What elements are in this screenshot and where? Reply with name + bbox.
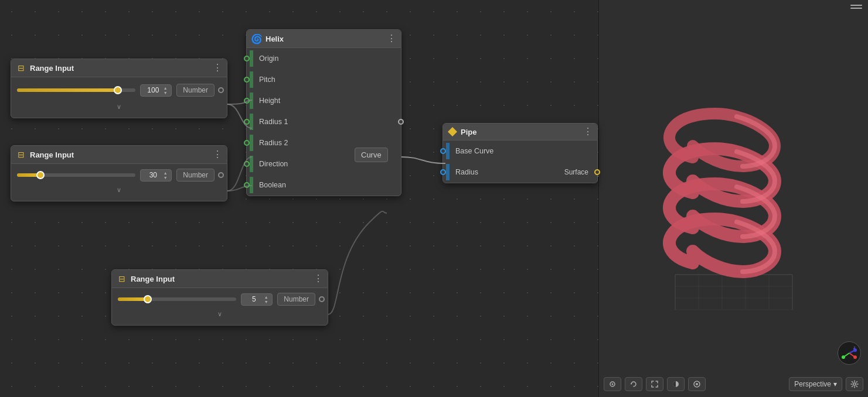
curve-output-bubble: Curve <box>355 148 388 162</box>
range-node-1-output: Number <box>176 82 221 98</box>
range-node-2-number-badge[interactable]: Number <box>176 169 215 182</box>
range-node-1-body: 100 ▲ ▼ Number ∨ <box>11 77 227 118</box>
range-node-1-slider-row: 100 ▲ ▼ Number <box>17 82 221 98</box>
helix-input-socket-direction <box>244 161 250 167</box>
viewport-fullscreen-btn[interactable] <box>646 377 663 391</box>
range-node-3-value: 5 <box>245 295 263 303</box>
range-node-3-menu[interactable]: ⋮ <box>314 274 323 283</box>
range-node-3-up[interactable]: ▲ <box>264 295 268 299</box>
range-node-3-number-input[interactable]: 5 ▲ ▼ <box>241 293 273 306</box>
range-node-2-slider-row: 30 ▲ ▼ Number <box>17 169 221 182</box>
range-input-node-1: ⊟ Range Input ⋮ 100 ▲ ▼ Number <box>11 59 227 118</box>
helix-label-boolean: Boolean <box>253 178 401 192</box>
range-node-1-down[interactable]: ▼ <box>163 91 168 95</box>
range-node-3-number-badge[interactable]: Number <box>277 293 315 306</box>
range-node-2-expand[interactable]: ∨ <box>17 184 221 196</box>
svg-point-22 <box>853 383 856 385</box>
range-node-2-slider-thumb[interactable] <box>36 171 45 179</box>
range-node-2-body: 30 ▲ ▼ Number ∨ <box>11 164 227 201</box>
helix-input-socket-pitch <box>244 77 250 83</box>
pipe-node: Pipe ⋮ Base Curve Radius Surface <box>442 123 598 183</box>
range-node-1-slider-track[interactable] <box>17 88 135 92</box>
range-node-1-slider-fill <box>17 88 118 92</box>
helix-socket-radius1: Radius 1 <box>247 111 401 132</box>
viewport-render-btn[interactable] <box>688 377 706 391</box>
range-node-1-expand[interactable]: ∨ <box>17 101 221 113</box>
pipe-socket-radius: Radius Surface <box>443 162 597 183</box>
range-node-3-slider-thumb[interactable] <box>144 295 152 303</box>
range-node-1-header: ⊟ Range Input ⋮ <box>11 59 227 77</box>
grid-floor-svg <box>675 275 792 310</box>
helix-node-icon: 🌀 <box>251 33 262 44</box>
perspective-dropdown[interactable]: Perspective ▾ <box>789 377 842 391</box>
range-node-3-expand[interactable]: ∨ <box>118 308 322 320</box>
range-node-2-up[interactable]: ▲ <box>163 171 168 175</box>
range-input-node-2: ⊟ Range Input ⋮ 30 ▲ ▼ Number <box>11 145 227 201</box>
node-editor: ⊟ Range Input ⋮ 100 ▲ ▼ Number <box>0 0 598 397</box>
range-node-2-output-socket <box>218 172 224 178</box>
range-node-3-body: 5 ▲ ▼ Number ∨ <box>112 288 328 325</box>
range-node-1-number-input[interactable]: 100 ▲ ▼ <box>140 84 172 97</box>
helix-node-menu[interactable]: ⋮ <box>387 34 396 43</box>
helix-input-socket-radius1 <box>244 119 250 125</box>
helix-3d-model <box>646 76 822 321</box>
range-node-3-slider-track[interactable] <box>118 297 236 301</box>
fullscreen-icon <box>651 380 659 388</box>
range-node-2-down[interactable]: ▼ <box>163 176 168 180</box>
range-node-2-header: ⊟ Range Input ⋮ <box>11 146 227 164</box>
range-node-2-menu[interactable]: ⋮ <box>213 150 222 159</box>
range-node-3-header: ⊟ Range Input ⋮ <box>112 270 328 288</box>
pipe-socket-base-curve: Base Curve <box>443 141 597 162</box>
range-node-1-number-badge[interactable]: Number <box>176 84 215 97</box>
range-node-1-menu[interactable]: ⋮ <box>213 63 222 73</box>
helix-output-socket-curve <box>398 119 404 125</box>
svg-point-21 <box>696 383 698 385</box>
pipe-input-socket-base-curve <box>440 148 446 154</box>
svg-point-15 <box>842 355 845 359</box>
pipe-output-row: Surface <box>564 168 597 176</box>
range-node-1-value: 100 <box>144 86 162 94</box>
pipe-node-title: Pipe <box>461 128 580 136</box>
viewport-camera-btn[interactable] <box>604 377 621 391</box>
pipe-input-socket-radius <box>440 169 446 175</box>
helix-label-pitch: Pitch <box>253 73 401 87</box>
range-node-3-down[interactable]: ▼ <box>264 300 268 304</box>
camera-icon <box>608 380 617 388</box>
curve-bubble-label: Curve <box>361 150 382 159</box>
pipe-node-icon <box>448 127 457 136</box>
helix-socket-origin: Origin <box>247 48 401 69</box>
viewport-bottom-toolbar: Perspective ▾ <box>604 377 863 391</box>
range-node-2-slider-track[interactable] <box>17 173 135 177</box>
range-node-1-title: Range Input <box>30 64 209 73</box>
helix-label-radius1: Radius 1 <box>253 115 398 129</box>
range-node-1-up[interactable]: ▲ <box>163 86 168 90</box>
range-node-2-arrows[interactable]: ▲ ▼ <box>163 171 168 180</box>
range-node-1-slider-thumb[interactable] <box>114 86 122 94</box>
axes-svg: Z <box>840 344 858 362</box>
perspective-label: Perspective <box>794 380 831 388</box>
refresh-icon <box>629 380 638 388</box>
pipe-label-base-curve: Base Curve <box>450 144 597 158</box>
pipe-output-socket-surface <box>594 169 600 175</box>
viewport-settings-btn[interactable] <box>846 377 863 391</box>
range-node-3-arrows[interactable]: ▲ ▼ <box>264 295 268 304</box>
pipe-node-header: Pipe ⋮ <box>443 124 597 141</box>
range-node-2-number-input[interactable]: 30 ▲ ▼ <box>140 169 172 182</box>
helix-socket-pitch: Pitch <box>247 69 401 90</box>
range-input-node-3: ⊟ Range Input ⋮ 5 ▲ ▼ Number <box>111 269 328 326</box>
range-node-2-value: 30 <box>144 171 162 179</box>
helix-node-title: Helix <box>265 35 383 43</box>
range-node-1-arrows[interactable]: ▲ ▼ <box>163 86 168 95</box>
viewport-3d-content <box>599 0 868 397</box>
viewport-shading-btn[interactable] <box>667 377 685 391</box>
helix-input-socket-height <box>244 98 250 104</box>
viewport-refresh-btn[interactable] <box>625 377 642 391</box>
range-node-3-title: Range Input <box>131 275 310 283</box>
helix-socket-height: Height <box>247 90 401 111</box>
range-node-2-title: Range Input <box>30 150 209 159</box>
helix-input-socket-radius2 <box>244 140 250 146</box>
helix-input-socket-boolean <box>244 182 250 188</box>
pipe-surface-label: Surface <box>564 168 592 176</box>
pipe-node-menu[interactable]: ⋮ <box>583 127 593 136</box>
viewport: Z <box>598 0 868 397</box>
